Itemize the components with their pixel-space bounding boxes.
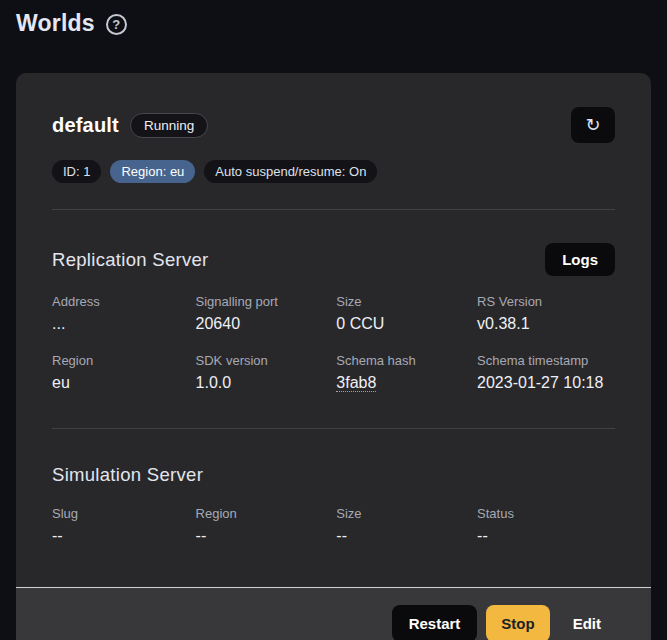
field-sdk-version: SDK version 1.0.0 (196, 353, 337, 392)
field-label: SDK version (196, 353, 337, 368)
replication-section-title: Replication Server (52, 249, 209, 271)
field-size: Size 0 CCU (336, 294, 477, 333)
divider (52, 209, 615, 210)
field-label: Signalling port (196, 294, 337, 309)
replication-field-grid: Address ... Signalling port 20640 Size 0… (52, 284, 615, 402)
field-label: Region (52, 353, 196, 368)
field-value: -- (196, 527, 337, 545)
region-pill: Region: eu (110, 160, 195, 183)
simulation-section-head: Simulation Server (52, 462, 615, 488)
page-title: Worlds (16, 10, 95, 37)
field-value: eu (52, 374, 196, 392)
field-label: Size (336, 506, 477, 521)
restart-button[interactable]: Restart (392, 605, 478, 640)
field-value: 2023-01-27 10:18 (477, 374, 615, 392)
field-schema-hash: Schema hash 3fab8 (336, 353, 477, 392)
field-label: Address (52, 294, 196, 309)
field-value: -- (336, 527, 477, 545)
field-label: Size (336, 294, 477, 309)
field-address: Address ... (52, 294, 196, 333)
world-id-pill: ID: 1 (52, 160, 101, 183)
simulation-section-title: Simulation Server (52, 464, 203, 486)
field-value: 1.0.0 (196, 374, 337, 392)
field-sim-status: Status -- (477, 506, 615, 545)
field-label: Schema timestamp (477, 353, 615, 368)
field-label: Slug (52, 506, 196, 521)
world-card-head: default Running ↻ (52, 107, 615, 143)
world-card: default Running ↻ ID: 1 Region: eu Auto … (16, 73, 651, 640)
refresh-button[interactable]: ↻ (571, 107, 615, 143)
field-value: 20640 (196, 315, 337, 333)
stop-button[interactable]: Stop (486, 605, 549, 640)
schema-hash-value[interactable]: 3fab8 (336, 374, 376, 392)
refresh-icon: ↻ (585, 116, 600, 134)
field-value: -- (52, 527, 196, 545)
field-value: -- (477, 527, 615, 545)
simulation-field-grid: Slug -- Region -- Size -- Status -- (52, 496, 615, 555)
field-label: Status (477, 506, 615, 521)
field-slug: Slug -- (52, 506, 196, 545)
field-label: Schema hash (336, 353, 477, 368)
field-signalling-port: Signalling port 20640 (196, 294, 337, 333)
field-sim-size: Size -- (336, 506, 477, 545)
field-value: ... (52, 315, 196, 333)
replication-section-head: Replication Server Logs (52, 243, 615, 276)
field-rs-version: RS Version v0.38.1 (477, 294, 615, 333)
field-value: 0 CCU (336, 315, 477, 333)
field-label: Region (196, 506, 337, 521)
world-name: default (52, 114, 119, 137)
world-card-footer: Restart Stop Edit (16, 587, 651, 640)
auto-suspend-pill: Auto suspend/resume: On (204, 160, 377, 183)
divider (52, 428, 615, 429)
field-schema-timestamp: Schema timestamp 2023-01-27 10:18 (477, 353, 615, 392)
logs-button[interactable]: Logs (545, 243, 615, 276)
help-icon[interactable]: ? (106, 14, 127, 35)
field-value: v0.38.1 (477, 315, 615, 333)
status-badge: Running (130, 113, 208, 138)
edit-button[interactable]: Edit (559, 605, 615, 640)
world-meta-pills: ID: 1 Region: eu Auto suspend/resume: On (52, 160, 615, 183)
page-header: Worlds ? (0, 0, 667, 37)
world-card-body: default Running ↻ ID: 1 Region: eu Auto … (16, 73, 651, 567)
field-label: RS Version (477, 294, 615, 309)
field-sim-region: Region -- (196, 506, 337, 545)
field-region: Region eu (52, 353, 196, 392)
field-value: 3fab8 (336, 374, 477, 392)
